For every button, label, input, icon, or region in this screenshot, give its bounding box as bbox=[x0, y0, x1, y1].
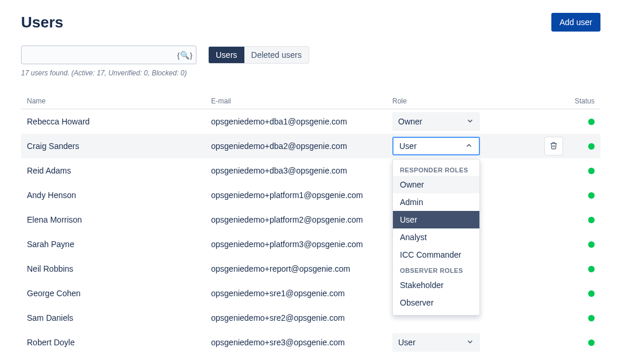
role-cell: User bbox=[392, 333, 544, 352]
col-header-name: Name bbox=[27, 97, 211, 105]
status-indicator bbox=[588, 339, 595, 346]
user-email: opsgeniedemo+sre2@opsgenie.com bbox=[211, 313, 392, 323]
user-email: opsgeniedemo+sre1@opsgenie.com bbox=[211, 289, 392, 298]
status-indicator bbox=[588, 241, 595, 248]
user-email: opsgeniedemo+dba3@opsgenie.com bbox=[211, 166, 392, 175]
col-header-role: Role bbox=[392, 97, 544, 105]
add-user-button[interactable]: Add user bbox=[551, 13, 600, 32]
table-row: Sarah Payneopsgeniedemo+platform3@opsgen… bbox=[21, 232, 600, 256]
users-table: Name E-mail Role Status Rebecca Howardop… bbox=[21, 93, 600, 355]
user-name: Sam Daniels bbox=[27, 313, 211, 323]
role-select-label: User bbox=[398, 338, 416, 347]
dropdown-option[interactable]: Analyst bbox=[393, 228, 479, 246]
user-name: Craig Sanders bbox=[27, 141, 211, 151]
status-cell bbox=[574, 192, 595, 199]
dropdown-option[interactable]: User bbox=[393, 211, 479, 228]
table-row: Rebecca Howardopsgeniedemo+dba1@opsgenie… bbox=[21, 109, 600, 134]
table-row: Craig Sandersopsgeniedemo+dba2@opsgenie.… bbox=[21, 134, 600, 158]
actions-cell bbox=[544, 137, 574, 155]
col-header-status: Status bbox=[574, 97, 595, 105]
status-cell bbox=[574, 143, 595, 150]
user-email: opsgeniedemo+sre3@opsgenie.com bbox=[211, 338, 392, 347]
search-icon: { 🔍 } bbox=[177, 51, 192, 59]
user-name: Reid Adams bbox=[27, 166, 211, 175]
role-dropdown: RESPONDER ROLESOwnerAdminUserAnalystICC … bbox=[392, 159, 480, 316]
status-indicator bbox=[588, 315, 595, 321]
search-box: { 🔍 } bbox=[21, 46, 196, 64]
user-name: Neil Robbins bbox=[27, 264, 211, 273]
table-row: Sam Danielsopsgeniedemo+sre2@opsgenie.co… bbox=[21, 306, 600, 330]
user-email: opsgeniedemo+platform1@opsgenie.com bbox=[211, 190, 392, 200]
chevron-up-icon bbox=[465, 141, 473, 151]
delete-user-button[interactable] bbox=[544, 137, 563, 155]
chevron-down-icon bbox=[466, 338, 474, 348]
status-cell bbox=[574, 217, 595, 223]
dropdown-group-label: RESPONDER ROLES bbox=[393, 163, 479, 176]
user-name: George Cohen bbox=[27, 289, 211, 298]
table-row: Robert Doyleopsgeniedemo+sre3@opsgenie.c… bbox=[21, 330, 600, 355]
user-name: Robert Doyle bbox=[27, 338, 211, 347]
dropdown-option[interactable]: Stakeholder bbox=[393, 276, 479, 294]
role-select-label: Owner bbox=[398, 117, 422, 126]
status-indicator bbox=[588, 266, 595, 272]
status-indicator bbox=[588, 143, 595, 150]
status-cell bbox=[574, 241, 595, 248]
status-cell bbox=[574, 168, 595, 174]
status-cell bbox=[574, 266, 595, 272]
user-email: opsgeniedemo+report@opsgenie.com bbox=[211, 264, 392, 273]
status-indicator bbox=[588, 290, 595, 297]
tab-users[interactable]: Users bbox=[209, 47, 244, 63]
user-email: opsgeniedemo+platform2@opsgenie.com bbox=[211, 215, 392, 224]
status-indicator bbox=[588, 119, 595, 125]
summary-text: 17 users found. (Active: 17, Unverified:… bbox=[21, 69, 600, 77]
col-header-actions bbox=[544, 97, 574, 105]
table-row: Reid Adamsopsgeniedemo+dba3@opsgenie.com bbox=[21, 158, 600, 183]
dropdown-option[interactable]: Admin bbox=[393, 193, 479, 211]
user-name: Andy Henson bbox=[27, 190, 211, 200]
user-name: Sarah Payne bbox=[27, 240, 211, 249]
dropdown-option[interactable]: Observer bbox=[393, 294, 479, 311]
user-name: Elena Morrison bbox=[27, 215, 211, 224]
user-name: Rebecca Howard bbox=[27, 117, 211, 126]
tabs: Users Deleted users bbox=[208, 46, 309, 64]
trash-icon bbox=[550, 141, 558, 151]
role-cell: Owner bbox=[392, 112, 544, 131]
status-indicator bbox=[588, 168, 595, 174]
table-row: Andy Hensonopsgeniedemo+platform1@opsgen… bbox=[21, 183, 600, 207]
status-cell bbox=[574, 315, 595, 321]
role-select[interactable]: User bbox=[392, 333, 480, 352]
status-cell bbox=[574, 119, 595, 125]
search-input[interactable] bbox=[21, 46, 196, 64]
table-row: Neil Robbinsopsgeniedemo+report@opsgenie… bbox=[21, 256, 600, 281]
user-email: opsgeniedemo+dba2@opsgenie.com bbox=[211, 141, 392, 151]
status-cell bbox=[574, 290, 595, 297]
status-cell bbox=[574, 339, 595, 346]
table-row: George Cohenopsgeniedemo+sre1@opsgenie.c… bbox=[21, 281, 600, 306]
dropdown-option[interactable]: ICC Commander bbox=[393, 246, 479, 264]
role-select[interactable]: User bbox=[392, 137, 480, 155]
user-email: opsgeniedemo+dba1@opsgenie.com bbox=[211, 117, 392, 126]
chevron-down-icon bbox=[466, 117, 474, 127]
table-header: Name E-mail Role Status bbox=[21, 93, 600, 109]
role-select[interactable]: Owner bbox=[392, 112, 480, 131]
tab-deleted-users[interactable]: Deleted users bbox=[244, 47, 309, 63]
col-header-email: E-mail bbox=[211, 97, 392, 105]
table-row: Elena Morrisonopsgeniedemo+platform2@ops… bbox=[21, 207, 600, 232]
role-select-label: User bbox=[399, 141, 417, 151]
role-cell: UserRESPONDER ROLESOwnerAdminUserAnalyst… bbox=[392, 137, 544, 155]
dropdown-option[interactable]: Owner bbox=[393, 176, 479, 193]
user-email: opsgeniedemo+platform3@opsgenie.com bbox=[211, 240, 392, 249]
dropdown-group-label: OBSERVER ROLES bbox=[393, 264, 479, 276]
page-title: Users bbox=[21, 13, 63, 32]
status-indicator bbox=[588, 192, 595, 199]
status-indicator bbox=[588, 217, 595, 223]
